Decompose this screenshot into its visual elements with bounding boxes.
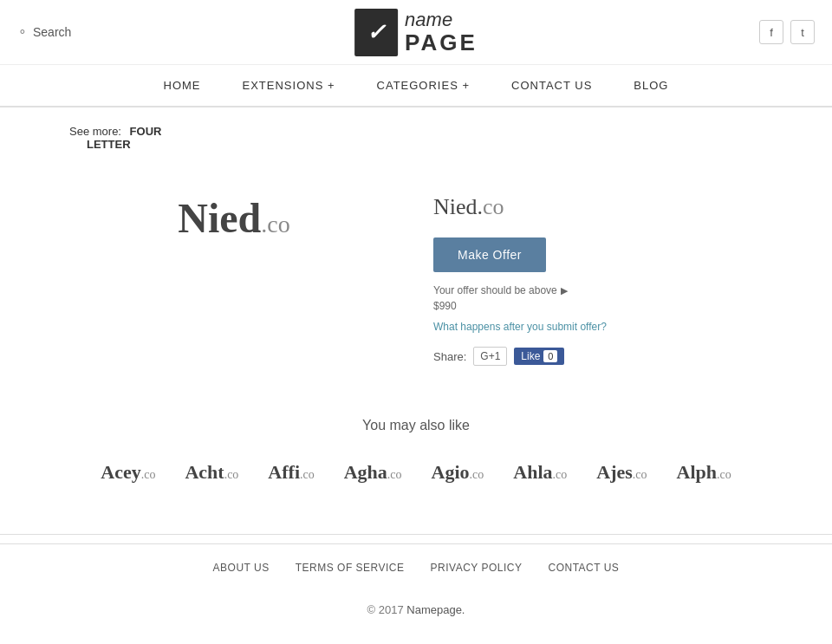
domain-card-agio[interactable]: Agio.co bbox=[421, 454, 495, 491]
domain-card-ajes[interactable]: Ajes.co bbox=[586, 454, 657, 491]
also-like-title: You may also like bbox=[35, 418, 797, 433]
fb-count: 0 bbox=[543, 350, 557, 362]
nav-blog[interactable]: BLOG bbox=[613, 65, 689, 106]
breadcrumb-letter[interactable]: LETTER bbox=[87, 138, 763, 151]
domain-card-ahla[interactable]: Ahla.co bbox=[503, 454, 577, 491]
preview-ext: .co bbox=[261, 211, 289, 237]
navigation: HOME EXTENSIONS + CATEGORIES + CONTACT U… bbox=[0, 65, 832, 107]
logo-page: PAGE bbox=[405, 30, 478, 55]
footer-divider bbox=[0, 534, 832, 535]
domain-preview: Nied.co bbox=[69, 185, 399, 366]
nav-extensions[interactable]: EXTENSIONS + bbox=[222, 65, 356, 106]
offer-hint-text: Your offer should be above bbox=[433, 284, 557, 296]
domain-ext: co bbox=[483, 194, 504, 219]
domain-card-agha[interactable]: Agha.co bbox=[334, 454, 413, 491]
footer-copy-year: © 2017 bbox=[367, 603, 404, 616]
offer-hint: Your offer should be above ▶ bbox=[433, 284, 763, 296]
breadcrumb: See more: FOUR LETTER bbox=[0, 107, 832, 168]
domain-card-alph[interactable]: Alph.co bbox=[666, 454, 742, 491]
breadcrumb-prefix: See more: bbox=[69, 125, 121, 138]
also-like-section: You may also like Acey.co Acht.co Affi.c… bbox=[0, 400, 832, 525]
domain-name: Nied bbox=[433, 194, 478, 219]
logo-name: name bbox=[405, 10, 478, 30]
domain-card-acey[interactable]: Acey.co bbox=[90, 454, 166, 491]
search-icon: ⚬ bbox=[17, 25, 28, 39]
search-area[interactable]: ⚬ Search bbox=[17, 25, 71, 39]
nav-contact[interactable]: CONTACT US bbox=[491, 65, 613, 106]
nav-home[interactable]: HOME bbox=[143, 65, 222, 106]
arrow-icon: ▶ bbox=[561, 285, 568, 296]
breadcrumb-four[interactable]: FOUR bbox=[130, 125, 162, 138]
fb-like-label: Like bbox=[521, 350, 540, 362]
logo-text: name PAGE bbox=[405, 10, 478, 55]
main-content: Nied.co Nied.co Make Offer Your offer sh… bbox=[0, 168, 832, 400]
footer-copyright: © 2017 Namepage. bbox=[0, 591, 832, 628]
domain-preview-text: Nied.co bbox=[178, 194, 289, 242]
google-plus-button[interactable]: G+1 bbox=[473, 347, 507, 366]
footer-brand[interactable]: Namepage. bbox=[406, 603, 465, 616]
what-happens-link[interactable]: What happens after you submit offer? bbox=[433, 321, 763, 333]
twitter-icon[interactable]: t bbox=[790, 20, 815, 44]
header: ⚬ Search ✓ name PAGE f t bbox=[0, 0, 832, 65]
search-label: Search bbox=[33, 25, 71, 39]
footer-privacy[interactable]: PRIVACY POLICY bbox=[431, 562, 523, 574]
footer-links: ABOUT US TERMS OF SERVICE PRIVACY POLICY… bbox=[0, 543, 832, 591]
logo[interactable]: ✓ name PAGE bbox=[354, 9, 478, 56]
make-offer-button[interactable]: Make Offer bbox=[433, 237, 546, 272]
domain-cards: Acey.co Acht.co Affi.co Agha.co Agio.co … bbox=[35, 454, 797, 491]
domain-title: Nied.co bbox=[433, 194, 763, 220]
share-label: Share: bbox=[433, 350, 466, 363]
offer-amount: $990 bbox=[433, 300, 763, 312]
footer-contact[interactable]: CONTACT US bbox=[548, 562, 619, 574]
footer-about[interactable]: ABOUT US bbox=[213, 562, 270, 574]
footer-terms[interactable]: TERMS OF SERVICE bbox=[296, 562, 405, 574]
nav-categories[interactable]: CATEGORIES + bbox=[356, 65, 491, 106]
domain-info: Nied.co Make Offer Your offer should be … bbox=[433, 185, 763, 366]
preview-name: Nied bbox=[178, 195, 261, 241]
share-row: Share: G+1 Like 0 bbox=[433, 347, 763, 366]
facebook-like-button[interactable]: Like 0 bbox=[514, 348, 564, 365]
domain-card-affi[interactable]: Affi.co bbox=[257, 454, 324, 491]
logo-icon: ✓ bbox=[354, 9, 398, 56]
facebook-icon[interactable]: f bbox=[759, 20, 783, 44]
social-icons: f t bbox=[759, 20, 815, 44]
domain-card-acht[interactable]: Acht.co bbox=[174, 454, 249, 491]
